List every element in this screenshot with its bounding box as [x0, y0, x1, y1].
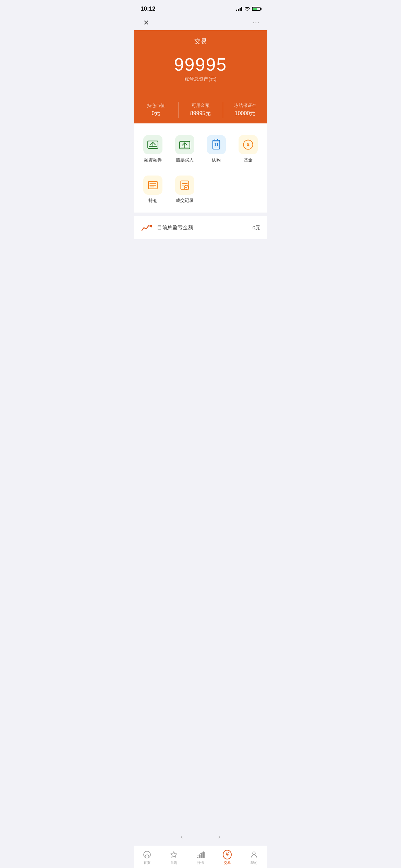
- quick-actions: 融资融券 股票买入 11 认购: [134, 123, 267, 213]
- action-subscribe[interactable]: 11 认购: [200, 132, 232, 167]
- fund-label: 基金: [244, 157, 253, 163]
- stat-holdings-number: 0元: [136, 110, 175, 117]
- svg-text:11: 11: [214, 143, 218, 147]
- stat-frozen-number: 10000元: [226, 110, 265, 117]
- stat-holdings-label: 持仓市值: [136, 103, 175, 109]
- nav-bar: ✕ ···: [134, 15, 267, 30]
- holdings-label: 持仓: [148, 197, 157, 204]
- actions-row2: 持仓 成交记录: [134, 172, 267, 207]
- total-assets-value: 99995: [134, 56, 267, 73]
- page-title: 交易: [134, 37, 267, 45]
- action-margin-trading[interactable]: 融资融券: [137, 132, 169, 167]
- stats-row: 持仓市值 0元 可用金额 89995元 冻结保证金 10000元: [134, 96, 267, 123]
- profit-label: 目前总盈亏金额: [157, 225, 193, 231]
- wifi-icon: [244, 7, 250, 11]
- action-stock-buy[interactable]: 股票买入: [169, 132, 201, 167]
- stat-frozen: 冻结保证金 10000元: [223, 96, 267, 123]
- profit-trend-icon: [141, 221, 153, 234]
- margin-trading-icon: [143, 135, 162, 154]
- stat-holdings-value: 持仓市值 0元: [134, 96, 178, 123]
- profit-left: 目前总盈亏金额: [141, 221, 193, 234]
- more-button[interactable]: ···: [252, 18, 260, 27]
- stock-buy-label: 股票买入: [176, 157, 194, 163]
- empty-content: [134, 243, 267, 311]
- stat-frozen-label: 冻结保证金: [226, 103, 265, 109]
- margin-trading-label: 融资融券: [144, 157, 162, 163]
- signal-bars-icon: [236, 7, 242, 11]
- actions-row1: 融资融券 股票买入 11 认购: [134, 132, 267, 167]
- action-trade-records[interactable]: 成交记录: [169, 172, 201, 207]
- action-fund[interactable]: ¥ 基金: [232, 132, 264, 167]
- stat-available: 可用金额 89995元: [178, 96, 223, 123]
- stat-available-label: 可用金额: [181, 103, 220, 109]
- status-time: 10:12: [141, 5, 155, 12]
- trade-records-label: 成交记录: [176, 197, 194, 204]
- trade-records-icon: [175, 176, 194, 195]
- total-assets-label: 账号总资产(元): [134, 76, 267, 82]
- close-button[interactable]: ✕: [141, 17, 151, 28]
- status-bar: 10:12: [134, 0, 267, 15]
- subscribe-label: 认购: [212, 157, 221, 163]
- profit-value: 0元: [253, 225, 260, 231]
- battery-icon: [252, 7, 260, 11]
- stat-available-number: 89995元: [181, 110, 220, 117]
- stock-buy-icon: [175, 135, 194, 154]
- header-section: 交易 99995 账号总资产(元) 持仓市值 0元 可用金额 89995元 冻结…: [134, 30, 267, 123]
- svg-text:¥: ¥: [247, 142, 250, 147]
- holdings-icon: [143, 176, 162, 195]
- subscribe-icon: 11: [207, 135, 226, 154]
- fund-icon: ¥: [239, 135, 258, 154]
- action-holdings[interactable]: 持仓: [137, 172, 169, 207]
- profit-section: 目前总盈亏金额 0元: [134, 216, 267, 239]
- svg-rect-3: [213, 140, 220, 142]
- status-icons: [236, 7, 260, 11]
